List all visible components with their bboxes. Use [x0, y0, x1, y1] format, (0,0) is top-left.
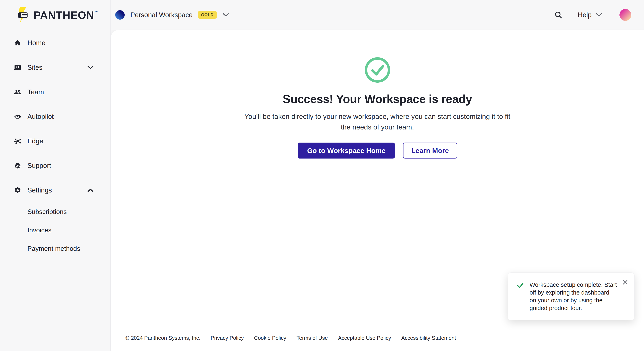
sidebar: PANTHEON ™ Home Sites — [0, 0, 110, 351]
sidebar-subitem-label: Subscriptions — [28, 208, 67, 216]
copyright-text: © 2024 Pantheon Systems, Inc. — [126, 335, 200, 341]
sidebar-item-edge[interactable]: Edge — [0, 129, 110, 153]
logo-trademark: ™ — [94, 10, 98, 14]
footer-link-privacy-policy[interactable]: Privacy Policy — [211, 335, 244, 341]
help-menu[interactable]: Help — [578, 11, 603, 19]
sidebar-item-label: Sites — [28, 64, 42, 71]
workspace-avatar — [115, 10, 125, 20]
chevron-up-icon — [87, 188, 94, 192]
chevron-down-icon — [87, 65, 94, 70]
pantheon-logo[interactable]: PANTHEON ™ — [15, 5, 98, 25]
sidebar-subitem-payment-methods[interactable]: Payment methods — [0, 239, 110, 258]
learn-more-button[interactable]: Learn More — [403, 143, 457, 159]
sidebar-item-team[interactable]: Team — [0, 80, 110, 104]
sidebar-item-label: Edge — [28, 137, 43, 145]
sidebar-item-home[interactable]: Home — [0, 31, 110, 55]
workspace-tier-badge: GOLD — [198, 11, 217, 19]
sidebar-item-label: Autopilot — [28, 113, 54, 120]
sidebar-subitem-invoices[interactable]: Invoices — [0, 221, 110, 239]
footer: © 2024 Pantheon Systems, Inc. Privacy Po… — [126, 335, 456, 341]
search-icon[interactable] — [554, 10, 563, 19]
pantheon-bolt-fist-icon — [15, 5, 31, 25]
go-to-workspace-home-button[interactable]: Go to Workspace Home — [298, 143, 395, 159]
description-line: You’ll be taken directly to your new wor… — [244, 111, 510, 122]
toast-message: Workspace setup complete. Start off by e… — [530, 281, 617, 312]
logo-wordmark: PANTHEON — [34, 9, 94, 21]
sidebar-item-label: Home — [28, 39, 46, 47]
page-description: You’ll be taken directly to your new wor… — [244, 111, 510, 132]
workspace-name: Personal Workspace — [130, 11, 193, 19]
sidebar-subitem-subscriptions[interactable]: Subscriptions — [0, 203, 110, 221]
team-icon — [14, 88, 21, 96]
sidebar-item-label: Support — [28, 162, 51, 170]
sidebar-item-autopilot[interactable]: Autopilot — [0, 104, 110, 129]
footer-link-acceptable-use-policy[interactable]: Acceptable Use Policy — [338, 335, 391, 341]
footer-link-cookie-policy[interactable]: Cookie Policy — [254, 335, 286, 341]
check-circle-icon — [364, 57, 390, 83]
action-buttons: Go to Workspace Home Learn More — [298, 143, 457, 159]
close-icon[interactable] — [622, 279, 628, 285]
chevron-down-icon — [595, 12, 603, 17]
workspace-selector[interactable]: Personal Workspace GOLD — [115, 10, 230, 20]
edge-icon — [14, 137, 21, 145]
sidebar-item-sites[interactable]: Sites — [0, 55, 110, 80]
sites-icon — [14, 64, 21, 71]
description-line: the needs of your team. — [244, 122, 510, 132]
sidebar-subitem-label: Payment methods — [28, 245, 80, 252]
sidebar-item-label: Settings — [28, 186, 52, 194]
help-label: Help — [578, 11, 592, 19]
footer-link-accessibility-statement[interactable]: Accessibility Statement — [401, 335, 456, 341]
user-avatar[interactable] — [620, 9, 631, 21]
check-icon — [516, 281, 524, 312]
toast-notification: Workspace setup complete. Start off by e… — [508, 273, 634, 320]
page-title: Success! Your Workspace is ready — [283, 92, 472, 106]
settings-icon — [14, 187, 21, 194]
topbar-right: Help — [554, 9, 631, 21]
footer-link-terms-of-use[interactable]: Terms of Use — [296, 335, 328, 341]
support-icon — [14, 162, 21, 169]
sidebar-nav: Home Sites Team — [0, 31, 110, 258]
autopilot-icon — [14, 113, 21, 120]
chevron-down-icon — [222, 12, 230, 17]
sidebar-subitem-label: Invoices — [28, 226, 52, 234]
sidebar-item-support[interactable]: Support — [0, 153, 110, 178]
sidebar-item-settings[interactable]: Settings — [0, 178, 110, 203]
topbar: Personal Workspace GOLD Help — [111, 0, 644, 30]
sidebar-item-label: Team — [28, 88, 44, 96]
home-icon — [14, 39, 21, 47]
success-panel: Success! Your Workspace is ready You’ll … — [111, 30, 644, 159]
